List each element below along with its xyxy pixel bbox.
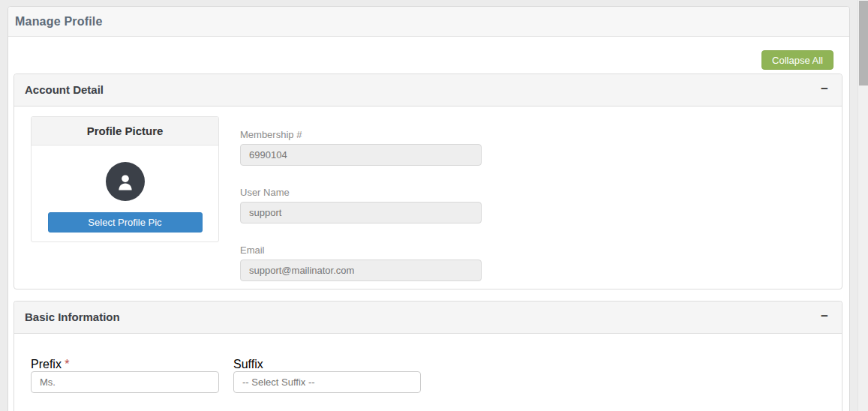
collapse-minus-icon[interactable]: − [821, 74, 828, 104]
account-detail-header[interactable]: Account Detail − [14, 74, 842, 106]
suffix-select[interactable]: -- Select Suffix -- [233, 371, 421, 393]
profile-picture-card: Profile Picture Select Profile Pic [31, 116, 219, 242]
basic-information-section: Basic Information − Prefix * Ms. Suffix … [14, 301, 842, 411]
account-detail-section: Account Detail − Profile Picture Select … [14, 74, 842, 290]
prefix-field-group: Prefix * Ms. [31, 358, 219, 393]
suffix-field-group: Suffix -- Select Suffix -- [233, 358, 421, 393]
email-label: Email [240, 244, 482, 256]
avatar [106, 162, 145, 201]
account-detail-title: Account Detail [25, 83, 104, 96]
page-title-bar: Manage Profile [8, 7, 849, 37]
membership-label: Membership # [240, 129, 482, 141]
username-field-group: User Name support [240, 187, 482, 224]
prefix-input[interactable]: Ms. [31, 371, 219, 393]
page-title: Manage Profile [15, 7, 842, 36]
select-profile-pic-button[interactable]: Select Profile Pic [48, 212, 203, 232]
membership-input: 6990104 [240, 144, 482, 166]
account-fields: Membership # 6990104 User Name support E… [240, 106, 482, 302]
prefix-label: Prefix * [31, 358, 70, 370]
basic-information-header[interactable]: Basic Information − [14, 302, 842, 334]
email-input: support@mailinator.com [240, 260, 482, 281]
username-input: support [240, 202, 482, 224]
required-asterisk: * [65, 358, 69, 370]
manage-profile-page: Manage Profile Collapse All Account Deta… [0, 0, 868, 411]
collapse-minus-icon[interactable]: − [821, 302, 828, 332]
main-panel: Manage Profile Collapse All Account Deta… [8, 6, 850, 411]
basic-information-title: Basic Information [25, 310, 120, 323]
basic-information-body: Prefix * Ms. Suffix -- Select Suffix -- [14, 334, 842, 411]
collapse-all-button[interactable]: Collapse All [761, 50, 833, 70]
person-icon [113, 171, 138, 196]
username-label: User Name [240, 187, 482, 199]
email-field-group: Email support@mailinator.com [240, 244, 482, 281]
membership-field-group: Membership # 6990104 [240, 129, 482, 166]
account-detail-body: Profile Picture Select Profile Pic Membe… [14, 106, 842, 289]
suffix-label: Suffix [233, 358, 263, 370]
profile-picture-title: Profile Picture [32, 117, 218, 146]
scrollbar-thumb[interactable] [859, 1, 868, 86]
scrollbar[interactable] [857, 0, 868, 411]
